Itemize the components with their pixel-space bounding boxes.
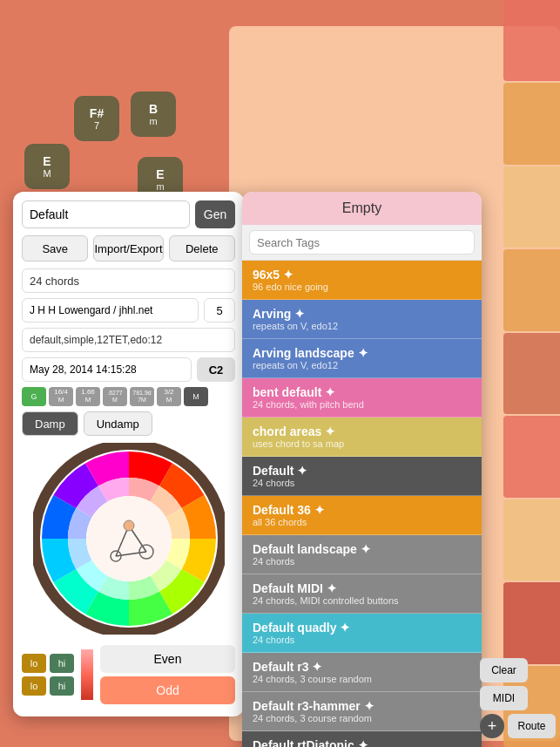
tiny-btn-g[interactable]: G: [22, 387, 46, 406]
preset-item-5[interactable]: Default ✦24 chords: [242, 457, 482, 496]
side-tab-4: [503, 249, 560, 330]
preset-item-11[interactable]: Default r3-hammer ✦24 chords, 3 course r…: [242, 692, 482, 731]
hi-button-1[interactable]: hi: [50, 654, 74, 673]
key-bm[interactable]: Bm: [131, 92, 176, 137]
preset-item-4[interactable]: chord areas ✦uses chord to sa map: [242, 418, 482, 457]
gen-button[interactable]: Gen: [195, 200, 235, 228]
even-odd-group: Even Odd: [100, 645, 235, 704]
version-input[interactable]: [204, 298, 235, 323]
midi-button[interactable]: MIDI: [480, 686, 528, 710]
preset-item-1[interactable]: Arving ✦repeats on V, edo12: [242, 300, 482, 339]
preset-list: 96x5 ✦96 edo nice goingArving ✦repeats o…: [242, 261, 482, 747]
name-gen-row: Gen: [22, 200, 235, 228]
color-wheel[interactable]: [33, 443, 225, 635]
search-bar: [242, 225, 482, 261]
chord-count-row: 24 chords: [22, 268, 235, 293]
preset-sub-10: 24 chords, 3 course random: [253, 674, 471, 684]
save-button[interactable]: Save: [22, 235, 88, 261]
left-panel: Gen Save Import/Export Delete 24 chords …: [13, 192, 244, 716]
undamp-button[interactable]: Undamp: [84, 411, 152, 436]
key-em-upper[interactable]: EM: [24, 144, 70, 189]
tiny-btn-2[interactable]: 1.66M: [76, 387, 100, 406]
preset-item-7[interactable]: Default landscape ✦24 chords: [242, 535, 482, 574]
side-color-tabs: [503, 0, 560, 747]
preset-item-12[interactable]: Default rtDiatonic ✦Default with Diatoni…: [242, 731, 482, 747]
preset-name-3: bent default ✦: [253, 385, 471, 399]
datetime-row: C2: [22, 357, 235, 382]
preset-sub-2: repeats on V, edo12: [253, 360, 471, 370]
lo-hi-group: lo hi lo hi: [22, 654, 74, 696]
preset-sub-4: uses chord to sa map: [253, 438, 471, 449]
preset-name-1: Arving ✦: [253, 307, 471, 321]
preset-item-9[interactable]: Default quadly ✦24 chords: [242, 614, 482, 653]
preset-name-5: Default ✦: [253, 464, 471, 478]
preset-name-11: Default r3-hammer ✦: [253, 699, 471, 713]
side-tab-1: [503, 0, 560, 81]
lo-button-2[interactable]: lo: [22, 676, 46, 696]
tags-row: default,simple,12TET,edo:12: [22, 328, 235, 352]
preset-name-8: Default MIDI ✦: [253, 581, 471, 595]
lo-button-1[interactable]: lo: [22, 654, 46, 673]
preset-item-10[interactable]: Default r3 ✦24 chords, 3 course random: [242, 653, 482, 692]
action-row: Save Import/Export Delete: [22, 235, 235, 261]
preset-item-2[interactable]: Arving landscape ✦repeats on V, edo12: [242, 339, 482, 378]
preset-name-input[interactable]: [22, 200, 190, 228]
lo-hi-row-2: lo hi: [22, 676, 74, 696]
preset-sub-1: repeats on V, edo12: [253, 321, 471, 331]
tiny-btn-3[interactable]: .6277M: [103, 387, 127, 406]
preset-item-3[interactable]: bent default ✦24 chords, with pitch bend: [242, 378, 482, 418]
author-row: [22, 298, 235, 323]
import-export-button[interactable]: Import/Export: [93, 235, 163, 261]
preset-name-0: 96x5 ✦: [253, 268, 471, 282]
even-button[interactable]: Even: [100, 645, 235, 673]
hi-button-2[interactable]: hi: [50, 676, 74, 696]
datetime-input[interactable]: [22, 357, 192, 382]
color-bar: [81, 649, 93, 700]
preset-sub-3: 24 chords, with pitch bend: [253, 399, 471, 410]
right-header-text: Empty: [342, 200, 381, 215]
preset-name-6: Default 36 ✦: [253, 503, 471, 517]
key-badge: C2: [197, 357, 235, 382]
preset-item-8[interactable]: Default MIDI ✦24 chords, MIDI controlled…: [242, 574, 482, 614]
lo-hi-section: lo hi lo hi Even Odd: [22, 642, 235, 708]
plus-button[interactable]: +: [480, 714, 504, 738]
tags-text: default,simple,12TET,edo:12: [30, 334, 162, 346]
bottom-right-buttons: Clear MIDI + Route: [480, 658, 556, 738]
search-tags-input[interactable]: [249, 230, 475, 255]
author-input[interactable]: [22, 298, 199, 323]
damp-button[interactable]: Damp: [22, 411, 78, 436]
preset-sub-6: all 36 chords: [253, 517, 471, 527]
preset-name-4: chord areas ✦: [253, 424, 471, 438]
svg-point-4: [124, 520, 134, 531]
tiny-btn-5[interactable]: 3/2M: [157, 387, 181, 406]
side-tab-6: [503, 416, 560, 497]
right-header: Empty: [242, 192, 482, 225]
preset-name-7: Default landscape ✦: [253, 542, 471, 556]
preset-sub-7: 24 chords: [253, 556, 471, 567]
key-fsharp[interactable]: F#7: [74, 96, 119, 141]
preset-sub-11: 24 chords, 3 course random: [253, 713, 471, 723]
side-tab-8: [503, 582, 560, 663]
preset-sub-9: 24 chords: [253, 635, 471, 645]
preset-name-2: Arving landscape ✦: [253, 346, 471, 360]
preset-name-10: Default r3 ✦: [253, 660, 471, 674]
tiny-btn-m[interactable]: M: [184, 387, 208, 406]
preset-name-12: Default rtDiatonic ✦: [253, 738, 471, 747]
preset-item-6[interactable]: Default 36 ✦all 36 chords: [242, 496, 482, 535]
clear-button[interactable]: Clear: [480, 658, 528, 682]
preset-sub-8: 24 chords, MIDI controlled buttons: [253, 595, 471, 606]
delete-button[interactable]: Delete: [169, 235, 235, 261]
tiny-btn-4[interactable]: 781.9d7M: [130, 387, 154, 406]
damp-row: Damp Undamp: [22, 411, 235, 436]
preset-item-0[interactable]: 96x5 ✦96 edo nice going: [242, 261, 482, 300]
right-panel: Empty 96x5 ✦96 edo nice goingArving ✦rep…: [242, 192, 482, 747]
route-button[interactable]: Route: [508, 714, 556, 738]
odd-button[interactable]: Odd: [100, 676, 235, 704]
side-tab-2: [503, 83, 560, 164]
color-bar-segment-2: [81, 675, 93, 700]
tiny-btn-1[interactable]: 16/4M: [49, 387, 73, 406]
side-tab-3: [503, 166, 560, 248]
tiny-buttons-row: G 16/4M 1.66M .6277M 781.9d7M 3/2M M: [22, 387, 235, 406]
side-tab-5: [503, 333, 560, 414]
lo-hi-row-1: lo hi: [22, 654, 74, 673]
